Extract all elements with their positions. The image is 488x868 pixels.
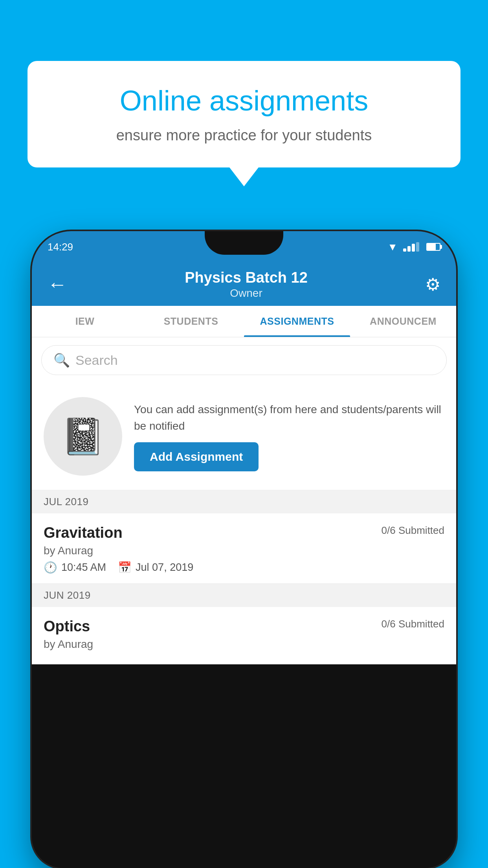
tab-bar: IEW STUDENTS ASSIGNMENTS ANNOUNCEM [32,306,456,337]
app-toolbar: ← Physics Batch 12 Owner ⚙ [32,263,456,306]
assignment-name-optics: Optics [44,618,90,635]
search-placeholder: Search [75,353,118,368]
assignment-status-gravitation: 0/6 Submitted [382,524,444,537]
toolbar-subtitle: Owner [79,287,413,300]
status-icons: ▼ [387,241,440,253]
search-bar[interactable]: 🔍 Search [41,345,447,375]
meta-time-gravitation: 🕐 10:45 AM [44,561,106,574]
toolbar-title: Physics Batch 12 [79,269,413,287]
info-text: You can add assignment(s) from here and … [134,401,444,434]
assignment-item-gravitation[interactable]: Gravitation 0/6 Submitted by Anurag 🕐 10… [32,513,456,584]
battery-icon [426,243,440,251]
notch [205,231,283,255]
status-bar: 14:29 ▼ [32,231,456,263]
info-right: You can add assignment(s) from here and … [134,401,444,471]
back-button[interactable]: ← [44,269,71,300]
search-bar-container: 🔍 Search [32,337,456,383]
assignment-item-optics[interactable]: Optics 0/6 Submitted by Anurag [32,607,456,664]
clock-icon: 🕐 [44,561,57,574]
signal-icon [403,242,419,252]
search-icon: 🔍 [53,352,70,368]
toolbar-title-group: Physics Batch 12 Owner [79,269,413,300]
screen-content: 🔍 Search 📓 You can add assignment(s) fro… [32,337,456,664]
meta-date-gravitation: 📅 Jul 07, 2019 [118,561,193,574]
assignment-row1-optics: Optics 0/6 Submitted [44,618,444,635]
section-header-jul: JUL 2019 [32,490,456,513]
assignment-by-gravitation: by Anurag [44,544,444,557]
assignment-name-gravitation: Gravitation [44,524,123,541]
speech-bubble-subtitle: ensure more practice for your students [55,125,433,146]
notebook-icon: 📓 [61,416,105,457]
tab-announcements[interactable]: ANNOUNCEM [350,306,456,337]
assignment-icon-circle: 📓 [44,397,122,476]
speech-bubble: Online assignments ensure more practice … [28,61,460,167]
calendar-icon: 📅 [118,561,132,574]
assignment-by-optics: by Anurag [44,638,444,651]
add-assignment-button[interactable]: Add Assignment [134,442,259,471]
tab-assignments[interactable]: ASSIGNMENTS [244,306,350,337]
section-header-jun: JUN 2019 [32,584,456,607]
info-section: 📓 You can add assignment(s) from here an… [32,383,456,490]
status-time: 14:29 [48,241,73,253]
wifi-icon: ▼ [387,241,398,253]
assignment-row1: Gravitation 0/6 Submitted [44,524,444,541]
tab-iew[interactable]: IEW [32,306,138,337]
phone-frame: 14:29 ▼ ← Physics Batch 12 Owner ⚙ [32,231,456,868]
speech-bubble-container: Online assignments ensure more practice … [28,61,460,167]
speech-bubble-title: Online assignments [55,85,433,117]
assignment-status-optics: 0/6 Submitted [382,618,444,630]
settings-button[interactable]: ⚙ [421,270,444,298]
tab-students[interactable]: STUDENTS [138,306,244,337]
assignment-meta-gravitation: 🕐 10:45 AM 📅 Jul 07, 2019 [44,561,444,574]
